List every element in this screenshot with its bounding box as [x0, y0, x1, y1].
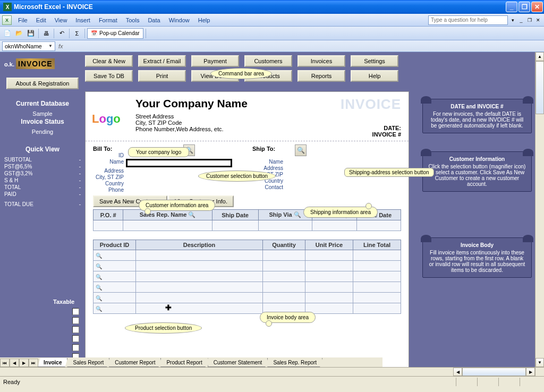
company-logo: Logo — [93, 97, 135, 134]
menu-tools[interactable]: Tools — [122, 16, 144, 24]
menu-insert[interactable]: Insert — [71, 16, 95, 24]
scroll-right-icon[interactable]: ▶ — [526, 368, 535, 376]
status-text: Ready — [3, 379, 20, 385]
taxable-checkbox[interactable] — [72, 335, 79, 342]
quick-row: S & H- — [4, 177, 81, 184]
tab-nav-next-icon[interactable]: ▶ — [19, 359, 29, 367]
tab-sales-report[interactable]: Sales Report — [67, 358, 109, 367]
taxable-label: Taxable — [53, 299, 74, 305]
tab-sales-rep-report[interactable]: Sales Rep. Report — [267, 358, 322, 367]
clear-new-button[interactable]: Clear & New — [85, 55, 133, 67]
doc-minimize-button[interactable]: _ — [517, 16, 525, 24]
open-icon[interactable]: 📂 — [14, 28, 24, 39]
customer-name-input[interactable] — [126, 159, 232, 167]
chevron-down-icon[interactable]: ▼ — [48, 44, 53, 48]
product-lookup-icon[interactable]: 🔍 — [96, 295, 102, 301]
new-icon[interactable]: 📄 — [2, 28, 13, 39]
quick-row: TOTAL DUE- — [4, 201, 81, 208]
invoices-button[interactable]: Invoices — [298, 55, 345, 67]
customer-info-callout: Customer information area — [139, 200, 215, 211]
scroll-left-icon[interactable]: ◀ — [453, 368, 462, 376]
horizontal-scrollbar[interactable]: ◀ ▶ — [0, 367, 544, 376]
taxable-checkbox[interactable] — [72, 326, 79, 333]
payment-button[interactable]: Payment — [191, 55, 239, 67]
popup-calendar-button[interactable]: 📅 Pop-up Calendar — [87, 28, 143, 39]
extract-email-button[interactable]: Extract / Email — [138, 55, 186, 67]
invoice-body-callout: Invoice body area — [260, 312, 316, 323]
maximize-button[interactable]: ❐ — [518, 2, 530, 12]
customers-button[interactable]: Customers — [244, 55, 292, 67]
about-registration-button[interactable]: About & Registration — [6, 78, 79, 89]
customer-selection-callout: Customer selection button — [198, 171, 276, 182]
help-search-input[interactable] — [428, 15, 508, 25]
help-callout: Customer Information Click the selection… — [422, 151, 532, 192]
menu-data[interactable]: Data — [143, 16, 164, 24]
invoice-status-title: Invoice Status — [4, 118, 81, 125]
quick-row: PST@6,5%- — [4, 163, 81, 170]
scroll-thumb-h[interactable] — [462, 368, 526, 376]
lookup-icon[interactable]: 🔍 — [294, 211, 301, 218]
menu-format[interactable]: Format — [95, 16, 122, 24]
product-lookup-icon[interactable]: 🔍 — [96, 253, 102, 259]
title-bar: X Microsoft Excel - INVOICE _ ❐ ✕ — [0, 0, 544, 14]
close-button[interactable]: ✕ — [531, 2, 543, 12]
product-lookup-icon[interactable]: 🔍 — [96, 274, 102, 280]
status-bar: Ready — [0, 376, 544, 387]
quick-view-title: Quick View — [4, 146, 81, 153]
ok-invoice-logo: o.k. INVOICE — [4, 59, 55, 68]
print-button[interactable]: Print — [138, 70, 186, 82]
product-lookup-icon[interactable]: 🔍 — [96, 263, 102, 269]
print-icon[interactable]: 🖶 — [41, 28, 52, 39]
tab-product-report[interactable]: Product Report — [160, 358, 208, 367]
tab-customer-statement[interactable]: Customer Statement — [208, 358, 268, 367]
product-lookup-icon[interactable]: 🔍 — [96, 306, 102, 312]
quick-row: SUBTOTAL- — [4, 156, 81, 163]
current-database-value: Sample — [4, 110, 81, 117]
line-items-table: Product ID Description Quantity Unit Pri… — [93, 240, 401, 314]
doc-close-button[interactable]: ✕ — [534, 16, 542, 24]
help-button[interactable]: Help — [351, 70, 398, 82]
undo-icon[interactable]: ↶ — [56, 28, 67, 39]
lookup-icon[interactable]: 🔍 — [188, 211, 196, 218]
tab-nav-first-icon[interactable]: ⏮ — [0, 359, 10, 367]
invoice-sheet: INVOICE DATE:INVOICE # Logo Your Company… — [85, 91, 409, 368]
minimize-button[interactable]: _ — [506, 2, 517, 12]
menu-view[interactable]: View — [50, 16, 72, 24]
menu-file[interactable]: File — [14, 16, 32, 24]
autosum-icon[interactable]: Σ — [72, 28, 82, 39]
taxable-checkbox[interactable] — [72, 317, 79, 324]
quick-row: GST@3,2%- — [4, 170, 81, 177]
product-lookup-icon[interactable]: 🔍 — [96, 285, 102, 291]
shipping-select-button[interactable]: 🔍 — [295, 144, 307, 156]
tab-nav-last-icon[interactable]: ⏭ — [29, 359, 38, 367]
doc-restore-button[interactable]: ❐ — [526, 16, 533, 24]
name-box[interactable]: oknWhoName▼ — [2, 41, 55, 51]
scroll-down-icon[interactable]: ▼ — [536, 358, 544, 367]
taxable-checkbox[interactable] — [72, 344, 79, 351]
menu-help[interactable]: Help — [194, 16, 215, 24]
fx-label[interactable]: fx — [58, 43, 63, 49]
command-bar-callout: Command bar area — [210, 68, 272, 79]
help-callout: Invoice Body Fill invoice items continuo… — [422, 237, 532, 278]
tab-nav-prev-icon[interactable]: ◀ — [10, 359, 19, 367]
help-dropdown-icon[interactable]: ▾ — [509, 16, 516, 24]
save-to-db-button[interactable]: Save To DB — [85, 70, 133, 82]
quick-row: TOTAL- — [4, 184, 81, 191]
menu-edit[interactable]: Edit — [32, 16, 50, 24]
tab-customer-report[interactable]: Customer Report — [109, 358, 161, 367]
vertical-scrollbar[interactable]: ▲ ▼ — [535, 52, 544, 367]
scroll-thumb[interactable] — [536, 61, 544, 114]
scroll-up-icon[interactable]: ▲ — [536, 52, 544, 61]
workbook-icon[interactable]: X — [2, 15, 12, 25]
shipping-selection-callout: Shipping-address selection button — [344, 168, 434, 177]
formula-bar: oknWhoName▼ fx — [0, 40, 544, 52]
save-icon[interactable]: 💾 — [26, 28, 36, 39]
tab-invoice[interactable]: Invoice — [38, 358, 67, 367]
menu-window[interactable]: Window — [165, 16, 194, 24]
taxable-checkbox[interactable] — [72, 308, 79, 315]
settings-button[interactable]: Settings — [351, 55, 398, 67]
window-title: Microsoft Excel - INVOICE — [14, 3, 93, 11]
date-invoice-labels: DATE:INVOICE # — [372, 125, 401, 138]
reports-button[interactable]: Reports — [298, 70, 345, 82]
quick-row: PAID- — [4, 191, 81, 198]
